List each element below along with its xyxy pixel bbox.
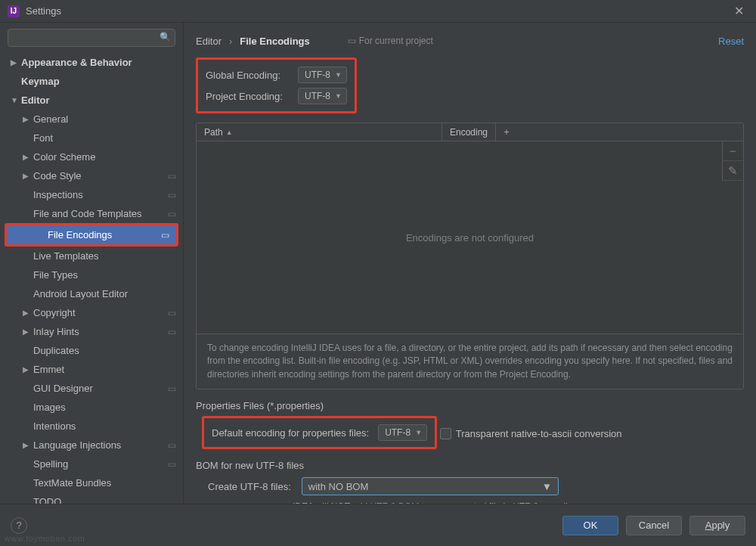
sidebar-item-label: Color Scheme	[33, 151, 95, 163]
tree-arrow-icon	[23, 498, 32, 504]
sidebar-item-label: File Types	[33, 269, 78, 281]
tree-arrow-icon	[37, 231, 46, 239]
project-encoding-label: Project Encoding:	[206, 91, 290, 102]
sidebar-item-inspections[interactable]: Inspections▭	[0, 185, 183, 204]
sidebar-item-todo[interactable]: TODO	[0, 492, 183, 504]
sort-asc-icon: ▲	[226, 129, 233, 136]
project-scope-icon: ▭	[348, 36, 356, 46]
sidebar-item-keymap[interactable]: Keymap	[0, 72, 183, 91]
project-encoding-combo[interactable]: UTF-8▼	[298, 88, 347, 104]
sidebar-item-textmate-bundles[interactable]: TextMate Bundles	[0, 473, 183, 492]
properties-highlight-box: Default encoding for properties files: U…	[202, 416, 437, 449]
sidebar-item-duplicates[interactable]: Duplicates	[0, 341, 183, 360]
column-path[interactable]: Path▲	[197, 123, 442, 141]
sidebar-item-label: Spelling	[33, 458, 68, 470]
sidebar-item-label: Inspections	[33, 189, 83, 200]
tree-arrow-icon	[23, 290, 32, 298]
breadcrumb-editor[interactable]: Editor	[196, 36, 222, 47]
encoding-hint: To change encoding IntelliJ IDEA uses fo…	[197, 333, 743, 389]
window-title: Settings	[26, 5, 730, 17]
sidebar-item-label: GUI Designer	[33, 383, 93, 394]
add-row-button[interactable]: ＋	[496, 123, 517, 141]
global-encoding-label: Global Encoding:	[206, 70, 290, 81]
create-utf8-combo[interactable]: with NO BOM▼	[302, 477, 559, 495]
remove-row-button[interactable]: −	[723, 141, 743, 161]
sidebar-item-intentions[interactable]: Intentions	[0, 417, 183, 436]
sidebar-item-font[interactable]: Font	[0, 129, 183, 147]
breadcrumb: Editor › File Encodings ▭ For current pr…	[196, 30, 744, 51]
sidebar-item-file-and-code-templates[interactable]: File and Code Templates▭	[0, 204, 183, 223]
ok-button[interactable]: OK	[562, 516, 618, 535]
project-scope-icon: ▭	[166, 190, 177, 200]
tree-arrow-icon	[11, 77, 20, 85]
close-icon[interactable]: ✕	[730, 1, 748, 21]
sidebar-item-copyright[interactable]: ▶Copyright▭	[0, 303, 183, 322]
sidebar-item-label: Appearance & Behavior	[21, 57, 132, 68]
titlebar: IJ Settings ✕	[0, 0, 756, 23]
project-scope-icon: ▭	[166, 308, 177, 318]
tree-arrow-icon: ▶	[23, 153, 32, 161]
project-scope-icon: ▭	[166, 209, 177, 219]
sidebar-item-file-encodings[interactable]: File Encodings▭	[7, 225, 176, 244]
column-encoding[interactable]: Encoding	[442, 123, 496, 141]
sidebar-item-editor[interactable]: ▼Editor	[0, 91, 183, 110]
sidebar-item-general[interactable]: ▶General	[0, 110, 183, 129]
settings-sidebar: 🔍 ▶Appearance & Behavior Keymap▼Editor▶G…	[0, 23, 184, 504]
scope-indicator: ▭ For current project	[348, 36, 433, 46]
sidebar-item-label: Intentions	[33, 420, 76, 432]
sidebar-item-emmet[interactable]: ▶Emmet	[0, 360, 183, 379]
help-button[interactable]: ?	[11, 517, 27, 534]
sidebar-item-label: Duplicates	[33, 345, 79, 356]
properties-encoding-label: Default encoding for properties files:	[212, 427, 369, 439]
edit-row-button[interactable]: ✎	[723, 161, 743, 181]
tree-arrow-icon	[23, 271, 32, 279]
sidebar-item-label: Keymap	[21, 76, 60, 87]
global-encoding-combo[interactable]: UTF-8▼	[298, 67, 347, 83]
sidebar-item-spelling[interactable]: Spelling▭	[0, 454, 183, 473]
tree-arrow-icon	[23, 252, 32, 260]
tree-arrow-icon	[23, 479, 32, 487]
tree-arrow-icon	[23, 209, 32, 218]
properties-encoding-combo[interactable]: UTF-8▼	[378, 424, 427, 441]
project-scope-icon: ▭	[166, 327, 177, 337]
sidebar-item-appearance-behavior[interactable]: ▶Appearance & Behavior	[0, 53, 183, 72]
sidebar-item-color-scheme[interactable]: ▶Color Scheme	[0, 147, 183, 166]
transparent-ascii-checkbox[interactable]	[440, 428, 451, 439]
tree-arrow-icon: ▶	[23, 115, 32, 123]
app-icon: IJ	[8, 5, 20, 17]
table-empty-text: Encodings are not configured	[406, 232, 534, 244]
tree-arrow-icon: ▼	[11, 96, 20, 104]
bom-section-title: BOM for new UTF-8 files	[196, 460, 744, 471]
cancel-button[interactable]: Cancel	[626, 516, 682, 535]
transparent-ascii-label: Transparent native-to-ascii conversion	[456, 428, 622, 439]
search-input[interactable]	[8, 29, 175, 47]
create-utf8-label: Create UTF-8 files:	[208, 481, 291, 492]
sidebar-item-label: Font	[33, 132, 53, 144]
sidebar-item-label: Language Injections	[33, 439, 121, 451]
tree-arrow-icon	[23, 134, 32, 142]
sidebar-item-inlay-hints[interactable]: ▶Inlay Hints▭	[0, 322, 183, 341]
sidebar-item-label: TODO	[33, 496, 61, 504]
project-scope-icon: ▭	[166, 459, 177, 470]
chevron-right-icon: ›	[229, 36, 232, 47]
sidebar-item-live-templates[interactable]: Live Templates	[0, 247, 183, 265]
project-scope-icon: ▭	[166, 171, 177, 181]
sidebar-item-label: TextMate Bundles	[33, 477, 111, 489]
reset-link[interactable]: Reset	[718, 36, 744, 47]
sidebar-item-label: Images	[33, 402, 66, 413]
chevron-down-icon: ▼	[335, 92, 342, 100]
sidebar-item-label: Code Style	[33, 170, 82, 181]
dialog-footer: ? OK Cancel Apply	[0, 504, 756, 546]
apply-button[interactable]: Apply	[689, 516, 745, 535]
project-scope-icon: ▭	[166, 440, 177, 451]
sidebar-item-language-injections[interactable]: ▶Language Injections▭	[0, 436, 183, 454]
settings-main-panel: Editor › File Encodings ▭ For current pr…	[184, 23, 756, 504]
sidebar-item-label: File and Code Templates	[33, 208, 142, 219]
tree-arrow-icon	[23, 384, 32, 392]
sidebar-item-android-layout-editor[interactable]: Android Layout Editor	[0, 284, 183, 303]
sidebar-item-code-style[interactable]: ▶Code Style▭	[0, 166, 183, 185]
sidebar-item-images[interactable]: Images	[0, 398, 183, 417]
sidebar-item-gui-designer[interactable]: GUI Designer▭	[0, 379, 183, 398]
tree-arrow-icon	[23, 346, 32, 355]
sidebar-item-file-types[interactable]: File Types	[0, 265, 183, 284]
